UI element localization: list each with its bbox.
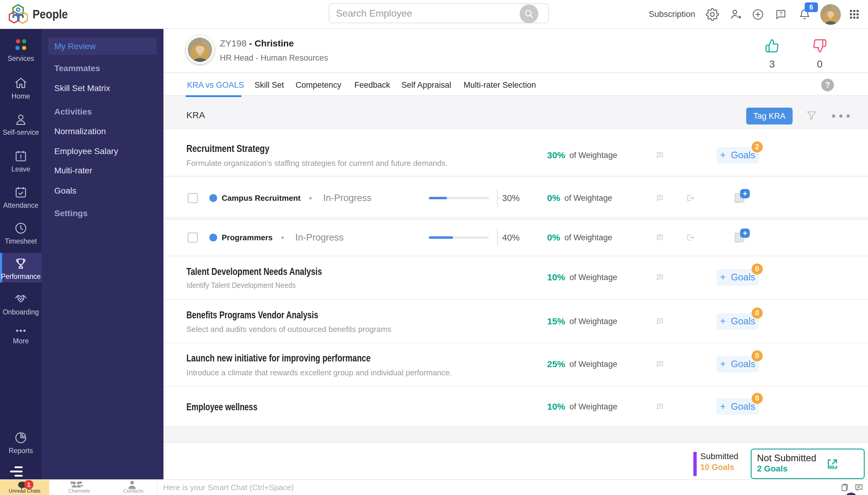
svg-text:?: ? [779,11,782,17]
